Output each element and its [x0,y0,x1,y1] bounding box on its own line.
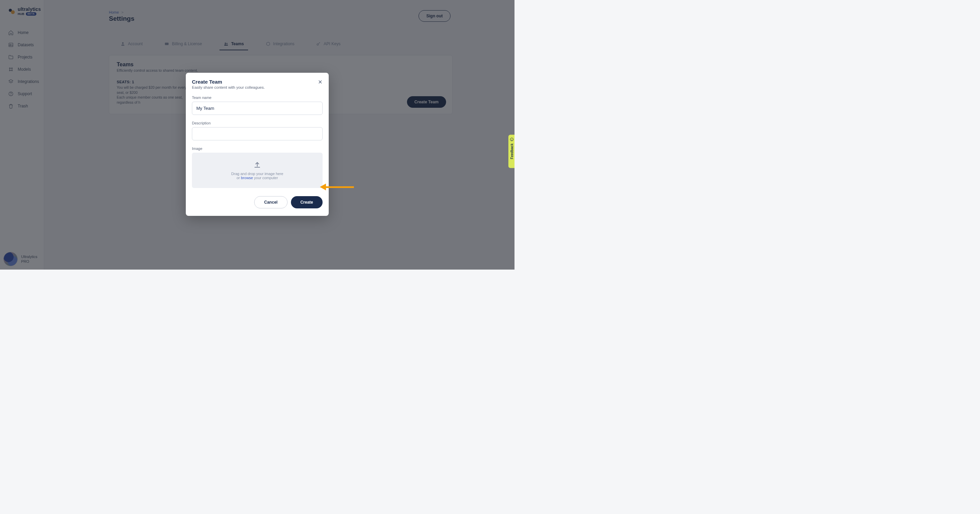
cancel-button[interactable]: Cancel [254,196,287,208]
team-name-input[interactable] [192,102,323,115]
create-button[interactable]: Create [291,196,323,208]
close-icon[interactable] [317,78,324,86]
description-label: Description [192,121,323,125]
create-team-modal: Create Team Easily share content with yo… [186,73,329,216]
description-input[interactable] [192,127,323,140]
svg-point-18 [512,139,512,140]
browse-link[interactable]: browse [241,176,253,180]
modal-title: Create Team [192,79,323,85]
image-label: Image [192,146,323,151]
svg-point-16 [511,138,514,141]
modal-subtitle: Easily share content with your colleague… [192,85,323,89]
dropzone-line1: Drag and drop your image here [231,172,283,176]
team-name-label: Team name [192,95,323,100]
svg-point-17 [511,139,511,140]
image-dropzone[interactable]: Drag and drop your image here or browse … [192,152,323,188]
feedback-tab[interactable]: Feedback [508,135,514,168]
smile-icon [510,137,514,141]
upload-icon [253,161,261,169]
